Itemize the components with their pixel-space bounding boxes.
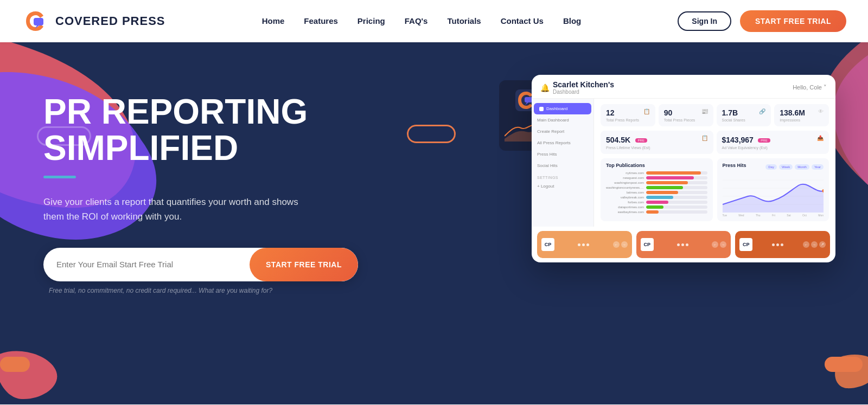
client-name: Scarlet Kitchen's [553, 80, 614, 89]
stat-lifetime-views: 📋 504.5K PRE Press Lifetime Views (Est) [601, 131, 713, 154]
nav-right: Sign In START FREE TRIAL [678, 10, 846, 32]
legend-week: Week [779, 164, 793, 170]
charts-row: Top Publications nytimes.com newguest.co… [601, 158, 829, 221]
nav-item-blog[interactable]: Blog [563, 16, 581, 26]
hero-left: PR REPORTING SIMPLIFIED Give your client… [43, 94, 369, 294]
stat-badge-2: PRE [758, 138, 770, 143]
legend-month: Month [795, 164, 809, 170]
legend-day: Day [765, 164, 777, 170]
thumb-icon-2: CP [641, 238, 654, 251]
dashboard-icon [539, 107, 544, 111]
pill-decoration-bottom-left [0, 357, 30, 372]
hero-title: PR REPORTING SIMPLIFIED [43, 94, 369, 166]
hero-right: 🔔 Scarlet Kitchen's Dashboard Hello, Col… [391, 75, 835, 313]
sidebar-item-social[interactable]: Social Hits [532, 160, 593, 171]
stat-ad-value: 📤 $143,967 PRE Ad Value Equivalency (Est… [717, 131, 829, 154]
stat-badge-1: PRE [635, 138, 647, 143]
dashboard-sidebar: Dashboard Main Dashboard Create Report A… [532, 99, 594, 227]
top-publications-title: Top Publications [606, 163, 707, 168]
stat-label-3: Social Shares [722, 118, 766, 122]
thumb-arrows-3: ← → ↗ [803, 241, 826, 248]
bell-icon: 🔔 [540, 83, 550, 92]
stat-icon-6: 📤 [817, 135, 824, 141]
bar-row-4: washingtoncountynews.com [606, 186, 707, 189]
stat-social-shares: 🔗 1.7B Social Shares [717, 104, 771, 126]
thumb-icon-1: CP [541, 238, 554, 251]
stat-icon-4: 👁 [818, 108, 824, 114]
dashboard-header: 🔔 Scarlet Kitchen's Dashboard Hello, Col… [532, 75, 835, 99]
bar-row-2: newguest.com [606, 176, 707, 179]
nav-links: Home Features Pricing FAQ's Tutorials Co… [262, 16, 582, 26]
thumbnail-3: CP ← → ↗ [735, 231, 830, 258]
email-input[interactable] [43, 260, 250, 269]
hello-text: Hello, Cole ˅ [793, 84, 827, 91]
dashboard-card: 🔔 Scarlet Kitchen's Dashboard Hello, Col… [532, 75, 835, 262]
legend-year: Year [812, 164, 824, 170]
email-form: START FREE TRIAL [43, 248, 358, 281]
stats-row-1: 📋 12 Total Press Reports 📰 90 Total Pres… [601, 104, 829, 126]
stat-value-6: $143,967 [722, 136, 754, 144]
logo-icon [22, 7, 50, 35]
dashboard-label: Dashboard [553, 89, 614, 95]
bar-row-1: nytimes.com [606, 171, 707, 175]
nav-trial-button[interactable]: START FREE TRIAL [740, 10, 846, 32]
sidebar-item-main[interactable]: Main Dashboard [532, 114, 593, 126]
stat-icon-1: 📋 [643, 108, 650, 114]
thumb-dots-2 [677, 243, 688, 246]
svg-rect-1 [34, 18, 43, 25]
bar-row-3: washingtonpost.com [606, 181, 707, 184]
bar-row-8: dataportimes.com [606, 205, 707, 209]
dashboard-header-left: 🔔 Scarlet Kitchen's Dashboard [540, 80, 614, 95]
stat-press-reports: 📋 12 Total Press Reports [601, 104, 655, 126]
nav-item-pricing[interactable]: Pricing [358, 16, 385, 26]
hero-divider [43, 176, 76, 178]
stat-label-1: Total Press Reports [606, 118, 650, 122]
stat-label-4: Impressions [780, 118, 824, 122]
stat-value-4: 138.6M [780, 108, 824, 117]
nav-item-contact[interactable]: Contact Us [501, 16, 544, 26]
fine-print: Free trial, no commitment, no credit car… [43, 287, 369, 294]
line-chart-area [723, 175, 824, 213]
logo[interactable]: COVERED PRESS [22, 7, 165, 35]
nav-item-features[interactable]: Features [304, 16, 338, 26]
stat-label-6: Ad Value Equivalency (Est) [722, 146, 824, 150]
nav-item-tutorials[interactable]: Tutorials [447, 16, 481, 26]
nav-item-home[interactable]: Home [262, 16, 285, 26]
bar-row-7: forbes.com [606, 201, 707, 204]
svg-rect-4 [525, 97, 532, 102]
sidebar-item-press-hits[interactable]: Press Hits [532, 149, 593, 160]
x-label-tue: Tue [723, 214, 727, 217]
hero-section: PR REPORTING SIMPLIFIED Give your client… [0, 42, 868, 404]
x-label-fri: Fri [772, 214, 775, 217]
dashboard-outer: 🔔 Scarlet Kitchen's Dashboard Hello, Col… [499, 75, 835, 262]
hero-subtitle: Give your clients a report that quantifi… [43, 195, 304, 224]
dashboard-body: Dashboard Main Dashboard Create Report A… [532, 99, 835, 227]
nav-item-faqs[interactable]: FAQ's [405, 16, 428, 26]
sidebar-item-dashboard[interactable]: Dashboard [534, 103, 591, 114]
stat-icon-5: 📋 [701, 135, 708, 141]
thumb-arrows-2: ← → [712, 241, 726, 248]
dashboard-title-block: Scarlet Kitchen's Dashboard [553, 80, 614, 95]
x-label-wed: Wed [738, 214, 744, 217]
sidebar-item-logout[interactable]: + Logout [532, 181, 593, 192]
x-label-sat: Sat [787, 214, 791, 217]
thumb-dots-1 [578, 243, 589, 246]
top-publications-chart: Top Publications nytimes.com newguest.co… [601, 158, 713, 221]
stat-icon-2: 📰 [701, 108, 708, 114]
press-hits-title: Press Hits [723, 163, 746, 168]
x-label-mon: Mon [818, 214, 824, 217]
thumb-icon-3: CP [739, 238, 752, 251]
hero-content: PR REPORTING SIMPLIFIED Give your client… [0, 42, 868, 335]
thumbnail-2: CP ← → [636, 231, 731, 258]
stat-icon-3: 🔗 [759, 108, 765, 114]
sidebar-item-create[interactable]: Create Report [532, 126, 593, 137]
thumb-dots-3 [772, 243, 783, 246]
signin-button[interactable]: Sign In [678, 11, 731, 31]
thumbnails-row: CP ← → CP [532, 231, 835, 262]
logo-text: COVERED PRESS [55, 14, 165, 28]
stat-label-2: Total Press Pieces [664, 118, 708, 122]
navbar: COVERED PRESS Home Features Pricing FAQ'… [0, 0, 868, 42]
sidebar-item-all-press[interactable]: All Press Reports [532, 137, 593, 149]
trial-hero-button[interactable]: START FREE TRIAL [250, 248, 358, 281]
press-hits-chart: Press Hits Day Week Month Year [717, 158, 829, 221]
